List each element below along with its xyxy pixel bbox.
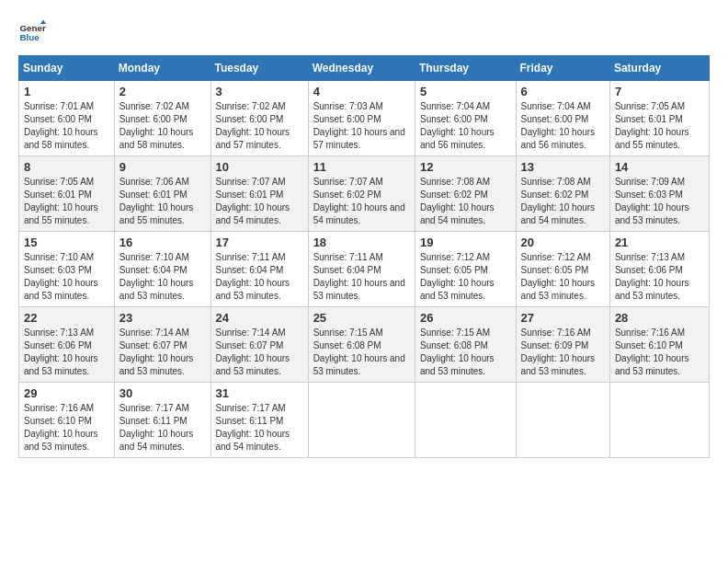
calendar-cell: 1 Sunrise: 7:01 AM Sunset: 6:00 PM Dayli… [19,81,115,156]
page-header: General Blue [18,18,710,46]
calendar-cell: 16 Sunrise: 7:10 AM Sunset: 6:04 PM Dayl… [114,232,210,307]
calendar-header-row: SundayMondayTuesdayWednesdayThursdayFrid… [19,56,710,81]
day-info: Sunrise: 7:14 AM Sunset: 6:07 PM Dayligh… [216,327,303,378]
day-info: Sunrise: 7:16 AM Sunset: 6:10 PM Dayligh… [24,402,109,454]
column-header-friday: Friday [516,56,609,81]
calendar-week-row: 15 Sunrise: 7:10 AM Sunset: 6:03 PM Dayl… [19,232,710,307]
calendar-cell: 24 Sunrise: 7:14 AM Sunset: 6:07 PM Dayl… [210,307,308,383]
calendar-table: SundayMondayTuesdayWednesdayThursdayFrid… [18,55,710,458]
day-info: Sunrise: 7:11 AM Sunset: 6:04 PM Dayligh… [313,251,410,303]
day-info: Sunrise: 7:13 AM Sunset: 6:06 PM Dayligh… [615,251,704,303]
day-number: 11 [313,160,410,174]
calendar-week-row: 8 Sunrise: 7:05 AM Sunset: 6:01 PM Dayli… [19,156,710,232]
day-info: Sunrise: 7:04 AM Sunset: 6:00 PM Dayligh… [420,100,511,152]
calendar-cell: 9 Sunrise: 7:06 AM Sunset: 6:01 PM Dayli… [114,156,210,232]
day-info: Sunrise: 7:16 AM Sunset: 6:10 PM Dayligh… [615,327,704,378]
day-number: 14 [615,160,704,174]
day-number: 5 [420,85,511,98]
day-number: 28 [615,311,704,325]
svg-text:General: General [20,23,47,33]
calendar-cell: 12 Sunrise: 7:08 AM Sunset: 6:02 PM Dayl… [415,156,516,232]
calendar-cell: 27 Sunrise: 7:16 AM Sunset: 6:09 PM Dayl… [516,307,609,383]
column-header-saturday: Saturday [609,56,709,81]
day-info: Sunrise: 7:06 AM Sunset: 6:01 PM Dayligh… [119,176,206,227]
day-number: 17 [216,236,303,249]
day-number: 10 [216,160,303,174]
calendar-cell: 25 Sunrise: 7:15 AM Sunset: 6:08 PM Dayl… [308,307,415,383]
calendar-cell [415,383,516,458]
calendar-week-row: 22 Sunrise: 7:13 AM Sunset: 6:06 PM Dayl… [19,307,710,383]
calendar-cell: 15 Sunrise: 7:10 AM Sunset: 6:03 PM Dayl… [19,232,115,307]
day-info: Sunrise: 7:12 AM Sunset: 6:05 PM Dayligh… [420,251,511,303]
calendar-week-row: 29 Sunrise: 7:16 AM Sunset: 6:10 PM Dayl… [19,383,710,458]
day-info: Sunrise: 7:17 AM Sunset: 6:11 PM Dayligh… [119,402,206,454]
calendar-cell: 7 Sunrise: 7:05 AM Sunset: 6:01 PM Dayli… [609,81,709,156]
calendar-cell [308,383,415,458]
calendar-cell: 10 Sunrise: 7:07 AM Sunset: 6:01 PM Dayl… [210,156,308,232]
day-number: 26 [420,311,511,325]
day-number: 31 [216,386,303,400]
calendar-cell: 31 Sunrise: 7:17 AM Sunset: 6:11 PM Dayl… [210,383,308,458]
calendar-week-row: 1 Sunrise: 7:01 AM Sunset: 6:00 PM Dayli… [19,81,710,156]
day-number: 24 [216,311,303,325]
calendar-cell: 2 Sunrise: 7:02 AM Sunset: 6:00 PM Dayli… [114,81,210,156]
day-number: 9 [119,160,206,174]
day-info: Sunrise: 7:08 AM Sunset: 6:02 PM Dayligh… [420,176,511,227]
column-header-thursday: Thursday [415,56,516,81]
day-number: 19 [420,236,511,249]
day-info: Sunrise: 7:15 AM Sunset: 6:08 PM Dayligh… [420,327,511,378]
day-info: Sunrise: 7:17 AM Sunset: 6:11 PM Dayligh… [216,402,303,454]
day-info: Sunrise: 7:02 AM Sunset: 6:00 PM Dayligh… [119,100,206,152]
day-number: 12 [420,160,511,174]
day-number: 3 [216,85,303,98]
day-number: 27 [521,311,605,325]
day-number: 4 [313,85,410,98]
day-number: 6 [521,85,605,98]
calendar-cell: 21 Sunrise: 7:13 AM Sunset: 6:06 PM Dayl… [609,232,709,307]
day-info: Sunrise: 7:10 AM Sunset: 6:03 PM Dayligh… [24,251,109,303]
calendar-cell: 28 Sunrise: 7:16 AM Sunset: 6:10 PM Dayl… [609,307,709,383]
column-header-monday: Monday [114,56,210,81]
day-info: Sunrise: 7:13 AM Sunset: 6:06 PM Dayligh… [24,327,109,378]
day-info: Sunrise: 7:05 AM Sunset: 6:01 PM Dayligh… [24,176,109,227]
svg-marker-2 [40,20,46,25]
day-number: 21 [615,236,704,249]
calendar-cell: 18 Sunrise: 7:11 AM Sunset: 6:04 PM Dayl… [308,232,415,307]
day-number: 15 [24,236,109,249]
calendar-cell: 22 Sunrise: 7:13 AM Sunset: 6:06 PM Dayl… [19,307,115,383]
calendar-cell: 8 Sunrise: 7:05 AM Sunset: 6:01 PM Dayli… [19,156,115,232]
day-info: Sunrise: 7:15 AM Sunset: 6:08 PM Dayligh… [313,327,410,378]
day-number: 1 [24,85,109,98]
day-number: 20 [521,236,605,249]
calendar-cell: 3 Sunrise: 7:02 AM Sunset: 6:00 PM Dayli… [210,81,308,156]
calendar-cell: 13 Sunrise: 7:08 AM Sunset: 6:02 PM Dayl… [516,156,609,232]
calendar-cell: 19 Sunrise: 7:12 AM Sunset: 6:05 PM Dayl… [415,232,516,307]
day-info: Sunrise: 7:07 AM Sunset: 6:02 PM Dayligh… [313,176,410,227]
day-info: Sunrise: 7:09 AM Sunset: 6:03 PM Dayligh… [615,176,704,227]
day-info: Sunrise: 7:11 AM Sunset: 6:04 PM Dayligh… [216,251,303,303]
day-info: Sunrise: 7:04 AM Sunset: 6:00 PM Dayligh… [521,100,605,152]
day-number: 8 [24,160,109,174]
calendar-cell [609,383,709,458]
logo: General Blue [18,18,46,46]
day-info: Sunrise: 7:16 AM Sunset: 6:09 PM Dayligh… [521,327,605,378]
calendar-cell: 20 Sunrise: 7:12 AM Sunset: 6:05 PM Dayl… [516,232,609,307]
day-info: Sunrise: 7:08 AM Sunset: 6:02 PM Dayligh… [521,176,605,227]
column-header-sunday: Sunday [19,56,115,81]
day-info: Sunrise: 7:05 AM Sunset: 6:01 PM Dayligh… [615,100,704,152]
day-number: 29 [24,386,109,400]
day-number: 30 [119,386,206,400]
day-info: Sunrise: 7:07 AM Sunset: 6:01 PM Dayligh… [216,176,303,227]
day-info: Sunrise: 7:10 AM Sunset: 6:04 PM Dayligh… [119,251,206,303]
day-number: 2 [119,85,206,98]
logo-icon: General Blue [18,18,46,46]
day-number: 16 [119,236,206,249]
column-header-tuesday: Tuesday [210,56,308,81]
column-header-wednesday: Wednesday [308,56,415,81]
calendar-cell: 5 Sunrise: 7:04 AM Sunset: 6:00 PM Dayli… [415,81,516,156]
calendar-cell: 17 Sunrise: 7:11 AM Sunset: 6:04 PM Dayl… [210,232,308,307]
day-info: Sunrise: 7:01 AM Sunset: 6:00 PM Dayligh… [24,100,109,152]
day-number: 13 [521,160,605,174]
day-info: Sunrise: 7:03 AM Sunset: 6:00 PM Dayligh… [313,100,410,152]
day-number: 23 [119,311,206,325]
